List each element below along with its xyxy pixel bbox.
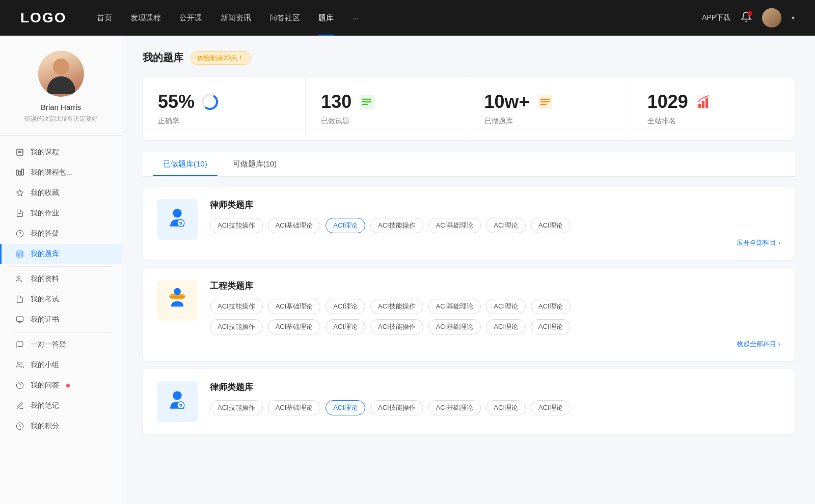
qbank-tag[interactable]: ACI理论 [486, 218, 526, 233]
qbank-tag[interactable]: ACI技能操作 [370, 319, 423, 334]
points-icon [15, 422, 24, 431]
qbank-tag[interactable]: ACI理论 [531, 319, 570, 334]
my-qa-icon [15, 381, 24, 390]
nav-link-home[interactable]: 首页 [97, 11, 112, 25]
sidebar-item-label: 我的题库 [31, 249, 59, 259]
qbank-tag[interactable]: ACI基础理论 [268, 299, 321, 314]
profile-name: Brian Harris [41, 103, 81, 111]
sidebar: Brian Harris 错误的决定比没有决定要好 我的课程 [0, 36, 122, 504]
nav-link-news[interactable]: 新闻资讯 [221, 11, 251, 25]
avatar [38, 51, 84, 97]
qbank-tag[interactable]: ACI基础理论 [428, 218, 481, 233]
sidebar-item-questions[interactable]: 我的答疑 [0, 223, 122, 244]
qbank-tag[interactable]: ACI技能操作 [370, 218, 423, 233]
stat-banks-done: 10w+ 已做题库 [469, 77, 632, 140]
stat-banks-label: 已做题库 [484, 117, 513, 126]
tab-done-qbank[interactable]: 已做题库(10) [153, 152, 218, 176]
sidebar-item-my-qa[interactable]: 我的问答 [0, 375, 122, 396]
sidebar-item-notes[interactable]: 我的笔记 [0, 396, 122, 416]
nav-link-qa[interactable]: 问答社区 [269, 11, 300, 25]
lawyer-icon-2 [164, 388, 191, 415]
sidebar-item-course-package[interactable]: 我的课程包... [0, 162, 122, 183]
sidebar-profile: Brian Harris 错误的决定比没有决定要好 [0, 51, 122, 136]
qbank-tag[interactable]: ACI理论 [531, 400, 570, 415]
qbank-tag[interactable]: ACI技能操作 [210, 299, 263, 314]
qbank-collapse-button-1[interactable]: 收起全部科目 › [210, 340, 780, 349]
homework-icon [15, 209, 24, 218]
banks-list-icon [536, 93, 554, 111]
nav-link-more[interactable]: ··· [352, 12, 359, 24]
ranking-bar-icon [694, 93, 713, 111]
svg-point-36 [173, 209, 181, 217]
nav-app-download[interactable]: APP下载 [702, 13, 730, 22]
qbank-expand-button-0[interactable]: 展开全部科目 › [210, 238, 780, 247]
group-icon [15, 360, 24, 370]
sidebar-item-certificate[interactable]: 我的证书 [0, 310, 122, 330]
page-title: 我的题库 [143, 51, 183, 65]
nav-avatar[interactable] [762, 8, 781, 27]
sidebar-item-group[interactable]: 我的小组 [0, 355, 122, 375]
sidebar-divider-2 [10, 332, 112, 332]
qbank-tag[interactable]: ACI理论 [531, 299, 570, 314]
qbank-tag[interactable]: ACI理论 [325, 299, 365, 314]
sidebar-item-label: 我的考试 [31, 295, 59, 304]
sidebar-item-label: 我的笔记 [31, 401, 59, 410]
qbank-tag[interactable]: ACI技能操作 [210, 319, 263, 334]
nav-link-qbank[interactable]: 题库 [318, 11, 334, 25]
qbank-icon-wrap-lawyer-2 [157, 381, 198, 422]
qbank-tag[interactable]: ACI技能操作 [370, 400, 423, 415]
qbank-tag[interactable]: ACI基础理论 [428, 319, 481, 334]
qbank-tags-row1: ACI技能操作 ACI基础理论 ACI理论 ACI技能操作 ACI基础理论 AC… [210, 299, 780, 314]
qbank-icon-wrap-engineer [157, 280, 198, 321]
sidebar-item-tutor[interactable]: 一对一答疑 [0, 334, 122, 355]
svg-point-19 [16, 382, 23, 388]
qbank-tag[interactable]: ACI技能操作 [370, 299, 423, 314]
nav-link-opencourse[interactable]: 公开课 [179, 11, 202, 25]
nav-chevron-icon[interactable]: ▾ [792, 14, 795, 21]
sidebar-item-my-course[interactable]: 我的课程 [0, 142, 122, 162]
sidebar-divider-1 [10, 266, 112, 267]
sidebar-item-points[interactable]: 我的积分 [0, 416, 122, 436]
nav-link-discover[interactable]: 发现课程 [130, 11, 161, 25]
qbank-tag[interactable]: ACI基础理论 [268, 218, 321, 233]
svg-rect-33 [698, 104, 701, 108]
stat-ranking-label: 全站排名 [647, 117, 676, 126]
qbank-tag[interactable]: ACI基础理论 [428, 299, 481, 314]
stat-accuracy-value: 55% [158, 91, 195, 113]
tab-available-qbank[interactable]: 可做题库(10) [223, 152, 287, 176]
svg-point-8 [16, 230, 23, 237]
qbank-tag[interactable]: ACI理论 [531, 218, 570, 233]
svg-marker-6 [16, 189, 23, 196]
sidebar-item-profile[interactable]: 我的资料 [0, 269, 122, 289]
qbank-title-2: 律师类题库 [210, 381, 780, 393]
qbank-tag[interactable]: ACI理论 [486, 400, 526, 415]
qbank-tag[interactable]: ACI理论 [486, 299, 526, 314]
sidebar-item-favorites[interactable]: 我的收藏 [0, 183, 122, 203]
sidebar-item-label: 我的答疑 [31, 229, 59, 238]
sidebar-item-label: 我的作业 [31, 209, 59, 218]
package-icon [15, 168, 24, 177]
sidebar-item-label: 我的课程包... [31, 168, 72, 177]
qbank-icon [15, 249, 24, 259]
qbank-tag[interactable]: ACI基础理论 [428, 400, 481, 415]
qbank-tag[interactable]: ACI基础理论 [268, 319, 321, 334]
qbank-tag[interactable]: ACI基础理论 [268, 400, 321, 415]
stat-accuracy: 55% 正确率 [143, 77, 306, 140]
question-icon [15, 229, 24, 238]
qbank-tag[interactable]: ACI技能操作 [210, 218, 263, 233]
sidebar-item-qbank[interactable]: 我的题库 [0, 244, 122, 264]
qbank-tag-active[interactable]: ACI理论 [325, 218, 365, 233]
stat-questions-value: 130 [321, 91, 351, 113]
svg-rect-15 [16, 317, 23, 321]
page-header: 我的题库 体验剩余23天！ [143, 51, 795, 65]
sidebar-item-exam[interactable]: 我的考试 [0, 289, 122, 310]
qbank-tag-active[interactable]: ACI理论 [325, 400, 365, 415]
sidebar-menu: 我的课程 我的课程包... 我的收藏 [0, 136, 122, 442]
qbank-tag[interactable]: ACI理论 [325, 319, 365, 334]
qbank-tags-row2: ACI技能操作 ACI基础理论 ACI理论 ACI技能操作 ACI基础理论 AC… [210, 319, 780, 334]
qbank-tag[interactable]: ACI理论 [486, 319, 526, 334]
sidebar-item-homework[interactable]: 我的作业 [0, 203, 122, 223]
nav-bell-button[interactable] [741, 11, 752, 24]
trial-badge: 体验剩余23天！ [191, 51, 251, 65]
qbank-tag[interactable]: ACI技能操作 [210, 400, 263, 415]
